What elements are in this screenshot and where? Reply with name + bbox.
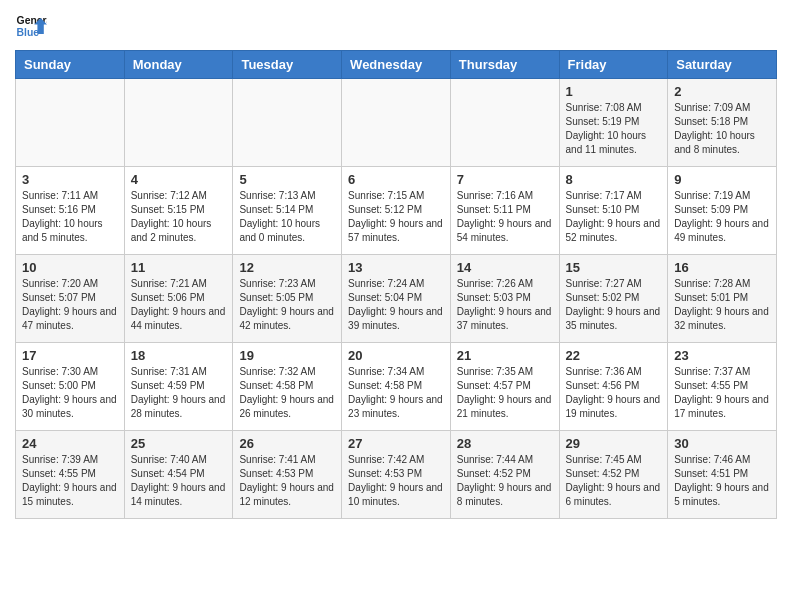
calendar-cell: 21Sunrise: 7:35 AM Sunset: 4:57 PM Dayli… xyxy=(450,343,559,431)
day-info: Sunrise: 7:30 AM Sunset: 5:00 PM Dayligh… xyxy=(22,365,118,421)
calendar-cell: 9Sunrise: 7:19 AM Sunset: 5:09 PM Daylig… xyxy=(668,167,777,255)
day-info: Sunrise: 7:24 AM Sunset: 5:04 PM Dayligh… xyxy=(348,277,444,333)
day-number: 17 xyxy=(22,348,118,363)
day-number: 1 xyxy=(566,84,662,99)
calendar-cell: 4Sunrise: 7:12 AM Sunset: 5:15 PM Daylig… xyxy=(124,167,233,255)
day-number: 15 xyxy=(566,260,662,275)
calendar-cell: 22Sunrise: 7:36 AM Sunset: 4:56 PM Dayli… xyxy=(559,343,668,431)
day-number: 2 xyxy=(674,84,770,99)
calendar-cell: 5Sunrise: 7:13 AM Sunset: 5:14 PM Daylig… xyxy=(233,167,342,255)
day-info: Sunrise: 7:20 AM Sunset: 5:07 PM Dayligh… xyxy=(22,277,118,333)
weekday-header-tuesday: Tuesday xyxy=(233,51,342,79)
weekday-header-saturday: Saturday xyxy=(668,51,777,79)
day-number: 9 xyxy=(674,172,770,187)
weekday-header-monday: Monday xyxy=(124,51,233,79)
logo-icon: General Blue xyxy=(15,10,47,42)
day-info: Sunrise: 7:42 AM Sunset: 4:53 PM Dayligh… xyxy=(348,453,444,509)
day-info: Sunrise: 7:19 AM Sunset: 5:09 PM Dayligh… xyxy=(674,189,770,245)
day-number: 7 xyxy=(457,172,553,187)
day-number: 11 xyxy=(131,260,227,275)
calendar-cell: 3Sunrise: 7:11 AM Sunset: 5:16 PM Daylig… xyxy=(16,167,125,255)
calendar-cell: 13Sunrise: 7:24 AM Sunset: 5:04 PM Dayli… xyxy=(342,255,451,343)
day-number: 28 xyxy=(457,436,553,451)
header: General Blue xyxy=(15,10,777,42)
day-number: 23 xyxy=(674,348,770,363)
day-info: Sunrise: 7:41 AM Sunset: 4:53 PM Dayligh… xyxy=(239,453,335,509)
day-info: Sunrise: 7:13 AM Sunset: 5:14 PM Dayligh… xyxy=(239,189,335,245)
day-info: Sunrise: 7:15 AM Sunset: 5:12 PM Dayligh… xyxy=(348,189,444,245)
day-info: Sunrise: 7:27 AM Sunset: 5:02 PM Dayligh… xyxy=(566,277,662,333)
day-info: Sunrise: 7:40 AM Sunset: 4:54 PM Dayligh… xyxy=(131,453,227,509)
day-number: 14 xyxy=(457,260,553,275)
calendar-row-3: 17Sunrise: 7:30 AM Sunset: 5:00 PM Dayli… xyxy=(16,343,777,431)
day-number: 16 xyxy=(674,260,770,275)
calendar-cell: 20Sunrise: 7:34 AM Sunset: 4:58 PM Dayli… xyxy=(342,343,451,431)
day-info: Sunrise: 7:16 AM Sunset: 5:11 PM Dayligh… xyxy=(457,189,553,245)
day-info: Sunrise: 7:45 AM Sunset: 4:52 PM Dayligh… xyxy=(566,453,662,509)
day-info: Sunrise: 7:08 AM Sunset: 5:19 PM Dayligh… xyxy=(566,101,662,157)
calendar-cell: 23Sunrise: 7:37 AM Sunset: 4:55 PM Dayli… xyxy=(668,343,777,431)
calendar-cell: 6Sunrise: 7:15 AM Sunset: 5:12 PM Daylig… xyxy=(342,167,451,255)
day-number: 22 xyxy=(566,348,662,363)
day-number: 3 xyxy=(22,172,118,187)
day-number: 13 xyxy=(348,260,444,275)
day-number: 24 xyxy=(22,436,118,451)
calendar-cell: 16Sunrise: 7:28 AM Sunset: 5:01 PM Dayli… xyxy=(668,255,777,343)
day-number: 18 xyxy=(131,348,227,363)
calendar-cell: 8Sunrise: 7:17 AM Sunset: 5:10 PM Daylig… xyxy=(559,167,668,255)
svg-text:Blue: Blue xyxy=(17,27,40,38)
day-number: 12 xyxy=(239,260,335,275)
day-number: 26 xyxy=(239,436,335,451)
day-number: 4 xyxy=(131,172,227,187)
day-info: Sunrise: 7:17 AM Sunset: 5:10 PM Dayligh… xyxy=(566,189,662,245)
day-number: 19 xyxy=(239,348,335,363)
calendar-cell: 7Sunrise: 7:16 AM Sunset: 5:11 PM Daylig… xyxy=(450,167,559,255)
day-info: Sunrise: 7:32 AM Sunset: 4:58 PM Dayligh… xyxy=(239,365,335,421)
day-info: Sunrise: 7:35 AM Sunset: 4:57 PM Dayligh… xyxy=(457,365,553,421)
calendar-cell: 19Sunrise: 7:32 AM Sunset: 4:58 PM Dayli… xyxy=(233,343,342,431)
day-number: 25 xyxy=(131,436,227,451)
calendar-cell: 27Sunrise: 7:42 AM Sunset: 4:53 PM Dayli… xyxy=(342,431,451,519)
calendar-cell: 2Sunrise: 7:09 AM Sunset: 5:18 PM Daylig… xyxy=(668,79,777,167)
day-info: Sunrise: 7:09 AM Sunset: 5:18 PM Dayligh… xyxy=(674,101,770,157)
day-number: 29 xyxy=(566,436,662,451)
weekday-header-thursday: Thursday xyxy=(450,51,559,79)
day-info: Sunrise: 7:21 AM Sunset: 5:06 PM Dayligh… xyxy=(131,277,227,333)
weekday-header-friday: Friday xyxy=(559,51,668,79)
weekday-header-sunday: Sunday xyxy=(16,51,125,79)
day-number: 10 xyxy=(22,260,118,275)
calendar-cell: 12Sunrise: 7:23 AM Sunset: 5:05 PM Dayli… xyxy=(233,255,342,343)
day-number: 5 xyxy=(239,172,335,187)
calendar-cell xyxy=(450,79,559,167)
day-info: Sunrise: 7:26 AM Sunset: 5:03 PM Dayligh… xyxy=(457,277,553,333)
calendar-row-1: 3Sunrise: 7:11 AM Sunset: 5:16 PM Daylig… xyxy=(16,167,777,255)
day-number: 8 xyxy=(566,172,662,187)
calendar-cell: 28Sunrise: 7:44 AM Sunset: 4:52 PM Dayli… xyxy=(450,431,559,519)
calendar-cell: 24Sunrise: 7:39 AM Sunset: 4:55 PM Dayli… xyxy=(16,431,125,519)
calendar-cell: 26Sunrise: 7:41 AM Sunset: 4:53 PM Dayli… xyxy=(233,431,342,519)
calendar-cell: 1Sunrise: 7:08 AM Sunset: 5:19 PM Daylig… xyxy=(559,79,668,167)
calendar-row-2: 10Sunrise: 7:20 AM Sunset: 5:07 PM Dayli… xyxy=(16,255,777,343)
calendar-cell xyxy=(233,79,342,167)
calendar-cell xyxy=(16,79,125,167)
calendar-cell: 10Sunrise: 7:20 AM Sunset: 5:07 PM Dayli… xyxy=(16,255,125,343)
day-number: 6 xyxy=(348,172,444,187)
calendar-cell: 11Sunrise: 7:21 AM Sunset: 5:06 PM Dayli… xyxy=(124,255,233,343)
day-number: 20 xyxy=(348,348,444,363)
day-info: Sunrise: 7:46 AM Sunset: 4:51 PM Dayligh… xyxy=(674,453,770,509)
day-info: Sunrise: 7:11 AM Sunset: 5:16 PM Dayligh… xyxy=(22,189,118,245)
day-number: 27 xyxy=(348,436,444,451)
day-info: Sunrise: 7:31 AM Sunset: 4:59 PM Dayligh… xyxy=(131,365,227,421)
calendar-cell: 30Sunrise: 7:46 AM Sunset: 4:51 PM Dayli… xyxy=(668,431,777,519)
calendar-cell: 14Sunrise: 7:26 AM Sunset: 5:03 PM Dayli… xyxy=(450,255,559,343)
day-info: Sunrise: 7:39 AM Sunset: 4:55 PM Dayligh… xyxy=(22,453,118,509)
calendar-row-4: 24Sunrise: 7:39 AM Sunset: 4:55 PM Dayli… xyxy=(16,431,777,519)
calendar-cell: 29Sunrise: 7:45 AM Sunset: 4:52 PM Dayli… xyxy=(559,431,668,519)
calendar-cell xyxy=(124,79,233,167)
calendar-cell: 15Sunrise: 7:27 AM Sunset: 5:02 PM Dayli… xyxy=(559,255,668,343)
day-info: Sunrise: 7:28 AM Sunset: 5:01 PM Dayligh… xyxy=(674,277,770,333)
day-info: Sunrise: 7:23 AM Sunset: 5:05 PM Dayligh… xyxy=(239,277,335,333)
day-info: Sunrise: 7:37 AM Sunset: 4:55 PM Dayligh… xyxy=(674,365,770,421)
day-info: Sunrise: 7:12 AM Sunset: 5:15 PM Dayligh… xyxy=(131,189,227,245)
weekday-header-row: SundayMondayTuesdayWednesdayThursdayFrid… xyxy=(16,51,777,79)
